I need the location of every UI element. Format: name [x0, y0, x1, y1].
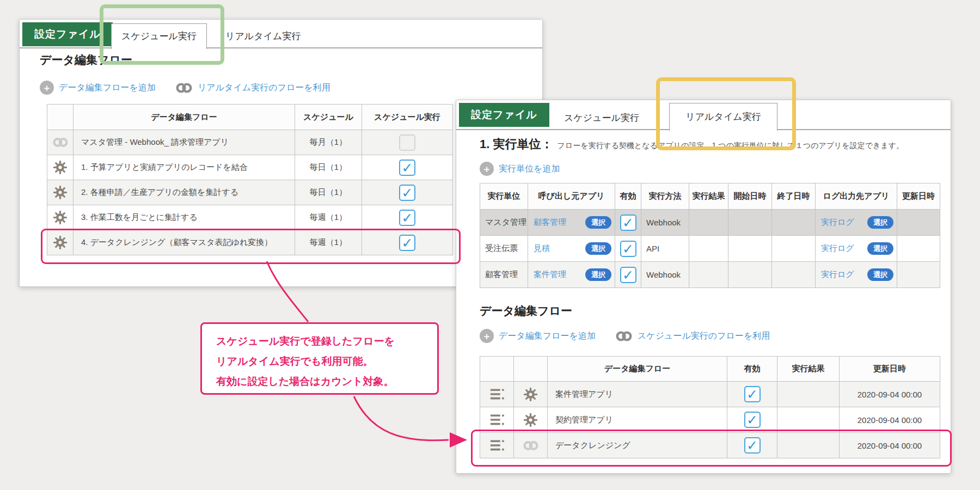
add-flow-link[interactable]: データ編集フローを追加 — [59, 82, 156, 94]
source-app-link[interactable]: 顧客管理 — [534, 217, 566, 228]
select-button[interactable]: 選択 — [585, 242, 611, 255]
schedule-exec-checkbox[interactable]: ✓ — [399, 160, 415, 176]
exec-method: Webhook — [641, 210, 689, 236]
enabled-checkbox[interactable]: ✓ — [744, 386, 761, 402]
realtime-exec-panel: 設定ファイル スケジュール実行 リアルタイム実行 1. 実行単位： フローを実行… — [456, 100, 951, 474]
schedule-exec-checkbox[interactable]: ✓ — [399, 185, 415, 201]
gear-icon[interactable] — [53, 185, 68, 200]
pink-row-highlight — [471, 430, 952, 467]
schedule-exec-checkbox[interactable]: ✓ — [399, 210, 415, 226]
updated-value: 2020-09-04 00:00 — [840, 407, 940, 433]
annotation-note: スケジュール実行で登録したフローを リアルタイム実行でも利用可能。 有効に設定し… — [200, 322, 439, 395]
enabled-checkbox[interactable]: ✓ — [744, 412, 761, 428]
exec-unit-name: 受注伝票 — [480, 236, 528, 262]
checkmark: ✓ — [402, 185, 413, 200]
note-line: スケジュール実行で登録したフローを — [216, 331, 437, 351]
plus-icon: ＋ — [480, 162, 494, 176]
end-time-cell — [772, 210, 816, 236]
select-button[interactable]: 選択 — [867, 242, 893, 255]
use-realtime-flow-link[interactable]: リアルタイム実行のフローを利用 — [198, 82, 330, 94]
checkmark: ✓ — [622, 267, 634, 283]
add-exec-unit-link[interactable]: 実行単位を追加 — [499, 163, 560, 175]
yellow-highlight-box — [656, 77, 796, 150]
col-updated: 更新日時 — [897, 183, 940, 210]
enabled-checkbox[interactable]: ✓ — [620, 215, 636, 231]
exec-unit-title: 1. 実行単位： — [480, 136, 553, 152]
exec-unit-name: マスタ管理 — [480, 210, 528, 236]
start-time-cell — [728, 262, 772, 288]
table-row-selected: マスタ管理 顧客管理 選択 ✓ Webhook 実行ログ 選択 — [480, 210, 940, 236]
table-row: 契約管理アプリ ✓ 2020-09-04 00:00 — [480, 407, 940, 433]
gear-icon[interactable] — [53, 160, 68, 175]
config-file-badge: 設定ファイル — [22, 22, 113, 46]
gear-icon[interactable] — [523, 413, 538, 427]
end-time-cell — [772, 262, 816, 288]
source-app-link[interactable]: 見積 — [534, 243, 550, 254]
enabled-checkbox[interactable]: ✓ — [620, 267, 636, 283]
gear-icon[interactable] — [523, 387, 538, 402]
checkmark: ✓ — [402, 210, 413, 225]
drag-handle-icon[interactable] — [489, 387, 505, 402]
col-icon — [47, 105, 74, 130]
table-row: 2. 各種申請／生産アプリの金額を集計する 毎日（1） ✓ — [47, 180, 453, 205]
table-row: マスタ管理 - Webhook_ 請求管理アプリ 毎月（1） — [47, 130, 453, 155]
exec-result-cell — [777, 382, 840, 407]
col-end: 終了日時 — [772, 183, 816, 210]
checkmark: ✓ — [746, 412, 758, 427]
flow-name: 1. 予算アプリと実績アプリのレコードを結合 — [74, 155, 295, 180]
exec-unit-actions: ＋ 実行単位を追加 — [480, 162, 560, 176]
exec-log-link[interactable]: 実行ログ — [821, 217, 854, 228]
col-schedule: スケジュール — [295, 105, 362, 130]
green-highlight-box — [100, 4, 224, 65]
chain-icon — [52, 136, 69, 149]
pink-row-highlight — [41, 229, 461, 264]
use-schedule-flow-link[interactable]: スケジュール実行のフローを利用 — [638, 330, 770, 342]
updated-value: 2020-09-04 00:00 — [840, 382, 940, 407]
updated-cell — [897, 262, 940, 288]
col-flow-name: データ編集フロー — [74, 105, 295, 130]
exec-result-cell — [689, 262, 728, 288]
table-row: 顧客管理 案件管理 選択 ✓ Webhook 実行ログ 選択 — [480, 262, 940, 288]
tab-schedule-exec[interactable]: スケジュール実行 — [564, 112, 639, 124]
select-button[interactable]: 選択 — [867, 216, 893, 229]
col-enabled: 有効 — [727, 357, 777, 382]
col-flow-name: データ編集フロー — [548, 357, 727, 382]
config-file-badge: 設定ファイル — [459, 103, 549, 127]
flow-actions: ＋ データ編集フローを追加 スケジュール実行のフローを利用 — [480, 329, 770, 343]
flow-name: 案件管理アプリ — [548, 382, 727, 407]
schedule-exec-checkbox[interactable] — [399, 134, 415, 151]
updated-cell — [897, 236, 940, 262]
add-flow-link[interactable]: データ編集フローを追加 — [499, 330, 596, 342]
plus-icon: ＋ — [480, 329, 494, 343]
select-button[interactable]: 選択 — [585, 268, 611, 281]
plus-icon: ＋ — [40, 81, 54, 95]
exec-result-cell — [777, 407, 840, 433]
col-result: 実行結果 — [689, 183, 728, 210]
col-log-app: ログ出力先アプリ — [816, 183, 897, 210]
exec-log-link[interactable]: 実行ログ — [821, 270, 854, 280]
select-button[interactable]: 選択 — [585, 216, 611, 229]
gear-icon[interactable] — [53, 210, 68, 225]
enabled-checkbox[interactable]: ✓ — [620, 241, 636, 257]
chain-icon — [175, 81, 193, 95]
exec-result-cell — [689, 210, 728, 236]
start-time-cell — [728, 210, 772, 236]
drag-handle-icon[interactable] — [489, 412, 505, 427]
exec-log-link[interactable]: 実行ログ — [821, 243, 854, 254]
flow-name: 契約管理アプリ — [548, 407, 727, 433]
col-exec-unit: 実行単位 — [480, 183, 528, 210]
col-source-app: 呼び出し元アプリ — [528, 183, 615, 210]
note-line: 有効に設定した場合はカウント対象。 — [216, 371, 437, 391]
source-app-link[interactable]: 案件管理 — [534, 270, 566, 280]
table-header-row: データ編集フロー 有効 実行結果 更新日時 — [480, 357, 940, 382]
exec-unit-table: 実行単位 呼び出し元アプリ 有効 実行方法 実行結果 開始日時 終了日時 ログ出… — [480, 183, 940, 288]
table-row: 案件管理アプリ ✓ 2020-09-04 00:00 — [480, 382, 940, 407]
tab-realtime-exec[interactable]: リアルタイム実行 — [225, 30, 301, 42]
exec-method: Webhook — [641, 262, 689, 288]
exec-result-cell — [689, 236, 728, 262]
schedule-value: 毎日（1） — [295, 180, 362, 205]
exec-method: API — [641, 236, 689, 262]
checkmark: ✓ — [622, 241, 634, 256]
select-button[interactable]: 選択 — [867, 268, 893, 281]
flow-actions: ＋ データ編集フローを追加 リアルタイム実行のフローを利用 — [40, 81, 330, 95]
